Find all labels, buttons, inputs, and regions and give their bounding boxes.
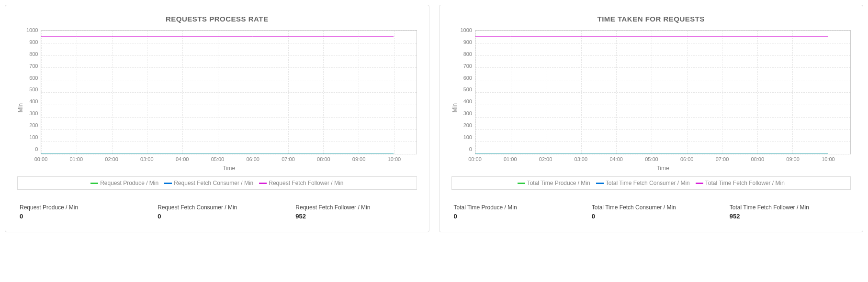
plot-area[interactable]	[475, 30, 851, 154]
stat-value: 952	[730, 213, 848, 220]
legend-label: Request Produce / Min	[100, 180, 158, 186]
y-tick: 1000	[461, 28, 472, 33]
legend-label: Request Fetch Consumer / Min	[174, 180, 253, 186]
stat-value: 0	[592, 213, 710, 220]
x-tick: 03:00	[140, 156, 154, 162]
stat-label: Request Fetch Follower / Min	[295, 204, 414, 211]
legend-item[interactable]: Request Fetch Follower / Min	[259, 180, 343, 186]
x-tick: 08:00	[751, 156, 765, 162]
x-tick: 07:00	[716, 156, 729, 162]
y-tick: 800	[461, 52, 472, 57]
y-tick: 400	[26, 99, 38, 104]
x-tick: 09:00	[352, 156, 366, 162]
x-axis-ticks: 00:0001:0002:0003:0004:0005:0006:0007:00…	[475, 156, 851, 163]
x-tick: 01:00	[504, 156, 517, 162]
x-tick: 00:00	[34, 156, 48, 162]
legend-swatch	[259, 183, 267, 184]
stat: Total Time Fetch Follower / Min952	[730, 204, 848, 220]
x-axis-label: Time	[41, 165, 417, 172]
y-tick: 0	[26, 147, 38, 152]
x-tick: 02:00	[105, 156, 118, 162]
chart-legend: Total Time Produce / MinTotal Time Fetch…	[451, 176, 851, 190]
x-tick: 02:00	[539, 156, 552, 162]
legend-swatch	[90, 183, 98, 184]
y-tick: 500	[461, 87, 472, 92]
x-tick: 07:00	[282, 156, 295, 162]
x-tick: 05:00	[211, 156, 225, 162]
legend-label: Total Time Fetch Follower / Min	[705, 180, 785, 186]
y-tick: 1000	[26, 28, 38, 33]
y-tick: 100	[26, 135, 38, 140]
stat: Request Fetch Follower / Min952	[295, 204, 414, 220]
x-axis-ticks: 00:0001:0002:0003:0004:0005:0006:0007:00…	[41, 156, 417, 163]
x-axis-label: Time	[475, 165, 851, 172]
legend-swatch	[518, 183, 525, 184]
stat-label: Request Fetch Consumer / Min	[158, 204, 276, 211]
legend-item[interactable]: Request Produce / Min	[90, 180, 158, 186]
stat: Request Fetch Consumer / Min0	[158, 204, 276, 220]
chart-panel-time-taken-for-requests: TIME TAKEN FOR REQUESTS Min 100090080070…	[439, 5, 864, 232]
legend-label: Total Time Produce / Min	[527, 180, 590, 186]
chart-wrapper: Min 10009008007006005004003002001000 00:…	[451, 30, 851, 172]
stat-value: 0	[20, 213, 138, 220]
x-tick: 04:00	[176, 156, 189, 162]
stat-value: 952	[295, 213, 414, 220]
stat-value: 0	[454, 213, 573, 220]
stat-label: Total Time Produce / Min	[454, 204, 573, 211]
y-tick: 300	[461, 111, 472, 116]
y-axis-label: Min	[17, 89, 24, 112]
legend-label: Total Time Fetch Consumer / Min	[606, 180, 690, 186]
x-tick: 04:00	[609, 156, 623, 162]
legend-label: Request Fetch Follower / Min	[269, 180, 343, 186]
stats-row: Total Time Produce / Min0Total Time Fetc…	[451, 204, 851, 220]
stats-row: Request Produce / Min0Request Fetch Cons…	[17, 204, 417, 220]
legend-item[interactable]: Request Fetch Consumer / Min	[164, 180, 253, 186]
legend-item[interactable]: Total Time Produce / Min	[518, 180, 590, 186]
y-axis-ticks: 10009008007006005004003002001000	[461, 30, 475, 154]
chart-title: TIME TAKEN FOR REQUESTS	[451, 15, 851, 23]
x-tick: 09:00	[786, 156, 800, 162]
y-tick: 600	[26, 76, 38, 81]
legend-swatch	[164, 183, 172, 184]
y-tick: 500	[26, 87, 38, 92]
x-tick: 08:00	[317, 156, 330, 162]
chart-panel-requests-process-rate: REQUESTS PROCESS RATE Min 10009008007006…	[5, 5, 429, 232]
y-tick: 0	[461, 147, 472, 152]
x-tick: 06:00	[246, 156, 259, 162]
x-tick: 10:00	[388, 156, 401, 162]
chart-wrapper: Min 10009008007006005004003002001000 00:…	[17, 30, 417, 172]
legend-swatch	[596, 183, 604, 184]
plot-container: 00:0001:0002:0003:0004:0005:0006:0007:00…	[41, 30, 417, 172]
y-axis-label: Min	[451, 89, 458, 112]
y-tick: 400	[461, 99, 472, 104]
legend-swatch	[696, 183, 703, 184]
y-tick: 300	[26, 111, 38, 116]
stat-label: Request Produce / Min	[20, 204, 138, 211]
legend-item[interactable]: Total Time Fetch Consumer / Min	[596, 180, 690, 186]
y-axis-ticks: 10009008007006005004003002001000	[26, 30, 41, 154]
y-tick: 100	[461, 135, 472, 140]
y-tick: 700	[461, 64, 472, 69]
stat: Request Produce / Min0	[20, 204, 138, 220]
x-tick: 00:00	[468, 156, 482, 162]
x-tick: 06:00	[680, 156, 694, 162]
y-tick: 900	[26, 40, 38, 45]
y-tick: 200	[26, 123, 38, 128]
x-tick: 03:00	[575, 156, 588, 162]
y-tick: 800	[26, 52, 38, 57]
plot-area[interactable]	[41, 30, 417, 154]
y-tick: 700	[26, 64, 38, 69]
stat: Total Time Fetch Consumer / Min0	[592, 204, 710, 220]
chart-title: REQUESTS PROCESS RATE	[17, 15, 417, 23]
y-tick: 200	[461, 123, 472, 128]
x-tick: 10:00	[822, 156, 835, 162]
x-tick: 01:00	[70, 156, 83, 162]
stat-label: Total Time Fetch Consumer / Min	[592, 204, 710, 211]
stat-label: Total Time Fetch Follower / Min	[730, 204, 848, 211]
y-tick: 600	[461, 76, 472, 81]
plot-container: 00:0001:0002:0003:0004:0005:0006:0007:00…	[475, 30, 851, 172]
legend-item[interactable]: Total Time Fetch Follower / Min	[696, 180, 785, 186]
x-tick: 05:00	[645, 156, 658, 162]
y-tick: 900	[461, 40, 472, 45]
chart-legend: Request Produce / MinRequest Fetch Consu…	[17, 176, 417, 190]
